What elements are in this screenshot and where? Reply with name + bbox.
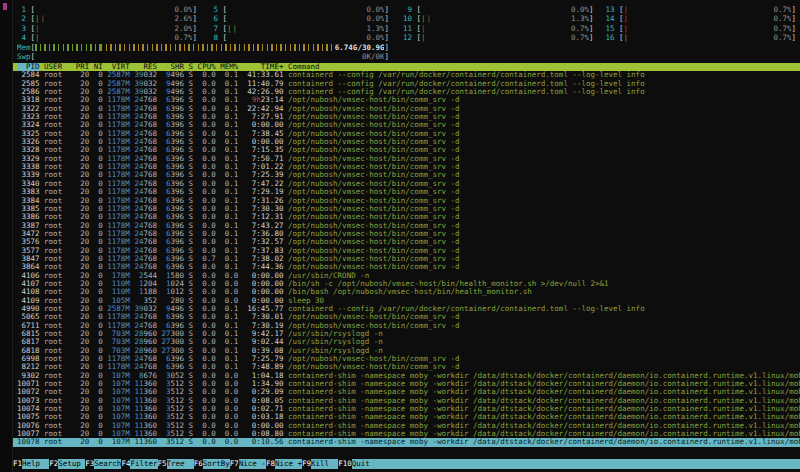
fkey-kill[interactable]: F9 (302, 459, 311, 469)
cpu-percent: 0.7% (773, 24, 791, 33)
cell-command: containerd --config /var/run/docker/cont… (283, 305, 644, 313)
cell-command: /opt/nubosh/vmsec-host/bin/comm_srv -d (283, 230, 459, 238)
process-row[interactable]: 4107 root 20 0 110M 1204 1024 S 0.0 0.0 … (13, 280, 800, 288)
cpu-meter-11: 11 [|0.7%] (403, 24, 594, 33)
process-row[interactable]: 3338 root 20 0 1178M 24768 6396 S 0.0 0.… (13, 163, 800, 171)
process-row[interactable]: 10077 root 20 0 107M 11360 3512 S 0.0 0.… (13, 430, 800, 438)
process-row[interactable]: 5065 root 20 0 1178M 24768 6396 S 0.0 0.… (13, 313, 800, 321)
cell-virt: 1178M (107, 263, 130, 271)
cpu-number: 7 (209, 24, 223, 33)
process-row[interactable]: 3322 root 20 0 1178M 24768 6396 S 0.0 0.… (13, 105, 800, 113)
fkey-label-search[interactable]: Search (94, 459, 121, 469)
process-row[interactable]: 3576 root 20 0 1178M 24768 6396 S 0.0 0.… (13, 238, 800, 246)
process-row[interactable]: 9302 root 20 0 107M 8676 3052 S 0.0 0.0 … (13, 372, 800, 380)
cell-pid: 3864 (17, 263, 40, 271)
cell-pri-ni: 20 0 (76, 71, 108, 79)
process-row[interactable]: 3384 root 20 0 1178M 24768 6396 S 0.0 0.… (13, 197, 800, 205)
process-row[interactable]: 10074 root 20 0 107M 11360 3512 S 0.0 0.… (13, 405, 800, 413)
cell-virt: 2587M (107, 71, 130, 79)
fkey-quit[interactable]: F10 (338, 459, 352, 469)
process-row[interactable]: 6817 root 20 0 703M 28960 27300 S 0.0 0.… (13, 338, 800, 346)
process-row[interactable]: 3340 root 20 0 1178M 24768 6396 S 0.0 0.… (13, 180, 800, 188)
fkey-filter[interactable]: F4 (121, 459, 130, 469)
cell-res: 768 (143, 121, 157, 129)
fkey-label-setup[interactable]: Setup (58, 459, 85, 469)
process-row[interactable]: 3386 root 20 0 1178M 24768 6396 S 0.0 0.… (13, 213, 800, 221)
cell-res: 768 (143, 188, 157, 196)
process-row[interactable]: 2586 root 20 0 2587M 39032 9496 S 0.0 0.… (13, 88, 800, 96)
process-row[interactable]: 10072 root 20 0 107M 11360 3512 S 0.0 0.… (13, 388, 800, 396)
process-row[interactable]: 3329 root 20 0 1178M 24768 6396 S 0.0 0.… (13, 155, 800, 163)
fkey-label-filter[interactable]: Filter (130, 459, 157, 469)
fkey-setup[interactable]: F2 (49, 459, 58, 469)
process-row[interactable]: 4109 root 20 0 105M 352 280 S 0.0 0.0 0:… (13, 297, 800, 305)
fkey-label-sortby[interactable]: SortBy (203, 459, 230, 469)
process-row[interactable]: 4108 root 20 0 110M 1188 1012 S 0.0 0.0 … (13, 288, 800, 296)
cell-user: root (40, 380, 76, 388)
fkey-label-nice[interactable]: Nice - (239, 459, 266, 469)
process-row[interactable]: 3577 root 20 0 1178M 24768 6396 S 0.0 0.… (13, 247, 800, 255)
fkey-label-help[interactable]: Help (22, 459, 49, 469)
process-row[interactable]: 8212 root 20 0 1178M 24768 6396 S 0.0 0.… (13, 363, 800, 371)
cell-shr: 27 (162, 330, 171, 338)
process-row[interactable]: 3472 root 20 0 1178M 24768 6396 S 0.0 0.… (13, 230, 800, 238)
fkey-nice[interactable]: F7 (230, 459, 239, 469)
process-row[interactable]: 3383 root 20 0 1178M 24768 6396 S 0.0 0.… (13, 188, 800, 196)
process-row[interactable]: 3326 root 20 0 1178M 24768 6396 S 0.0 0.… (13, 138, 800, 146)
process-row[interactable]: 2585 root 20 0 2587M 39032 9496 S 0.0 0.… (13, 80, 800, 88)
fkey-sortby[interactable]: F6 (194, 459, 203, 469)
process-row[interactable]: 10075 root 20 0 107M 11360 3512 S 0.0 0.… (13, 413, 800, 421)
column-header-pid[interactable]: PID (17, 63, 40, 71)
cell-virt: 1178M (107, 255, 130, 263)
process-row[interactable]: 3325 root 20 0 1178M 24768 6396 S 0.0 0.… (13, 130, 800, 138)
fkey-nice[interactable]: F8 (266, 459, 275, 469)
cell-pid: 3847 (17, 255, 40, 263)
cpu-percent: 2.6% (174, 14, 192, 23)
fkey-label-kill[interactable]: Kill (311, 459, 338, 469)
process-row[interactable]: 10073 root 20 0 107M 11360 3512 S 0.0 0.… (13, 397, 800, 405)
process-row[interactable]: 3385 root 20 0 1178M 24768 6396 S 0.0 0.… (13, 205, 800, 213)
fkey-help[interactable]: F1 (13, 459, 22, 469)
cell-time: 7:25.79 (243, 355, 284, 363)
cell-res: 768 (143, 355, 157, 363)
fkey-search[interactable]: F3 (85, 459, 94, 469)
process-row[interactable]: 6818 root 20 0 703M 28960 27300 S 0.0 0.… (13, 347, 800, 355)
cell-pri-ni: 20 0 (76, 213, 108, 221)
cpu-meter-4: 4 [|0.7%] (17, 33, 197, 42)
cpu-bar: ||2.6% (35, 14, 192, 23)
process-row[interactable]: 4106 root 20 0 178M 2544 1580 S 0.0 0.0 … (13, 272, 800, 280)
cpu-tick: | (624, 5, 630, 14)
fkey-label-nice[interactable]: Nice + (275, 459, 302, 469)
process-row[interactable]: 3847 root 20 0 1178M 24768 6396 S 0.7 0.… (13, 255, 800, 263)
process-row[interactable]: 10076 root 20 0 107M 11360 3512 S 0.0 0.… (13, 422, 800, 430)
cell-user: root (40, 180, 76, 188)
process-row[interactable]: 3864 root 20 0 1178M 24768 6396 S 0.0 0.… (13, 263, 800, 271)
cpu-meter-10: 10 [||1.3%] (403, 14, 594, 23)
process-row[interactable]: 10071 root 20 0 107M 11360 3512 S 0.0 0.… (13, 380, 800, 388)
cell-shr: 6 (162, 355, 171, 363)
column-headers[interactable]: USER PRI NI VIRT RES SHR S CPU% MEM% TIM… (40, 63, 320, 71)
fkey-label-tree[interactable]: Tree (167, 459, 194, 469)
process-row[interactable]: 3324 root 20 0 1178M 24768 6396 S 0.0 0.… (13, 121, 800, 129)
cell-res: 768 (143, 105, 157, 113)
process-row[interactable]: 2584 root 20 0 2587M 39032 9496 S 0.0 0.… (13, 71, 800, 79)
cell-res: 768 (143, 255, 157, 263)
process-row[interactable]: 3328 root 20 0 1178M 24768 6396 S 0.0 0.… (13, 146, 800, 154)
process-row[interactable]: 3318 root 20 0 1178M 24768 6396 S 0.0 0.… (13, 96, 800, 104)
cell-state-cpu-mem: S 0.0 0.0 (184, 280, 243, 288)
process-row[interactable]: 6711 root 20 0 1178M 24768 6396 S 0.0 0.… (13, 322, 800, 330)
process-row[interactable]: 4990 root 20 0 2587M 39032 9496 S 0.0 0.… (13, 305, 800, 313)
fkey-tree[interactable]: F5 (158, 459, 167, 469)
process-row-selected[interactable]: 10078 root 20 0 107M 11360 3512 S 0.0 0.… (13, 438, 800, 446)
process-row[interactable]: 3387 root 20 0 1178M 24768 6396 S 0.0 0.… (13, 222, 800, 230)
cell-virt: 1178M (107, 363, 130, 371)
process-row[interactable]: 3323 root 20 0 1178M 24768 6396 S 0.0 0.… (13, 113, 800, 121)
cpu-percent: 2.0% (174, 24, 192, 33)
process-row[interactable]: 6815 root 20 0 703M 28960 27300 S 0.0 0.… (13, 330, 800, 338)
load-average-line: Load average: 0.15 0.18 0.15 (403, 52, 796, 61)
process-row[interactable]: 6998 root 20 0 1178M 24768 6396 S 0.0 0.… (13, 355, 800, 363)
cell-shr: 396 (171, 238, 185, 246)
fkey-label-quit[interactable]: Quit (352, 459, 800, 469)
process-row[interactable]: 3339 root 20 0 1178M 24768 6396 S 0.0 0.… (13, 171, 800, 179)
cell-res: 360 (143, 430, 157, 438)
